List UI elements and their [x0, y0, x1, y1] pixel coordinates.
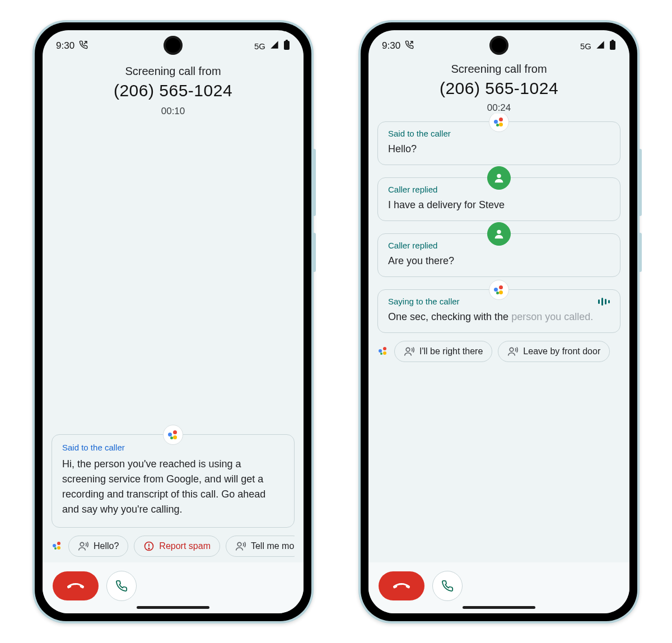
- call-header: Screening call from (206) 565-1024 00:10: [43, 62, 304, 117]
- clock: 9:30: [56, 40, 74, 51]
- transcript-card: Caller replied I have a delivery for Ste…: [377, 177, 620, 221]
- svg-rect-1: [286, 40, 288, 41]
- assistant-icon: [489, 280, 509, 300]
- assistant-icon: [53, 542, 62, 551]
- chip-be-right-there[interactable]: I'll be right there: [394, 341, 492, 362]
- header-line1: Screening call from: [43, 65, 304, 78]
- chip-label: Report spam: [159, 541, 211, 551]
- svg-point-11: [510, 348, 514, 351]
- svg-rect-6: [610, 41, 615, 50]
- card-text: Are you there?: [388, 254, 610, 269]
- card-text: Hello?: [388, 142, 610, 157]
- reply-chips: I'll be right there Leave by front door: [377, 333, 620, 368]
- chip-label: Hello?: [94, 541, 119, 551]
- chip-leave-by-door[interactable]: Leave by front door: [498, 341, 610, 362]
- network-label: 5G: [580, 41, 591, 51]
- svg-point-4: [149, 548, 150, 549]
- home-indicator[interactable]: [463, 606, 535, 609]
- chip-hello[interactable]: Hello?: [68, 536, 128, 557]
- person-icon: [487, 222, 511, 246]
- transcript-card: Said to the caller Hello?: [377, 121, 620, 165]
- home-indicator[interactable]: [137, 606, 209, 609]
- svg-point-10: [406, 348, 410, 351]
- front-camera: [489, 36, 508, 55]
- card-label: Saying to the caller: [388, 297, 460, 306]
- network-label: 5G: [254, 41, 265, 51]
- transcript-card-live: Saying to the caller One sec, checking w…: [377, 289, 620, 333]
- caller-number: (206) 565-1024: [368, 79, 629, 98]
- chip-report-spam[interactable]: Report spam: [134, 536, 220, 557]
- signal-icon: [596, 40, 605, 52]
- call-icon: [405, 40, 414, 52]
- card-text: I have a delivery for Steve: [388, 198, 610, 213]
- card-text: One sec, checking with the person you ca…: [388, 309, 610, 325]
- person-icon: [487, 166, 511, 190]
- header-line1: Screening call from: [368, 63, 629, 76]
- svg-point-8: [497, 174, 501, 178]
- end-call-button[interactable]: [379, 571, 424, 600]
- answer-call-button[interactable]: [432, 571, 463, 601]
- svg-rect-0: [284, 41, 290, 50]
- svg-point-2: [80, 542, 84, 546]
- svg-point-5: [237, 542, 241, 546]
- card-text: Hi, the person you've reached is using a…: [62, 457, 284, 517]
- end-call-button[interactable]: [53, 571, 99, 600]
- front-camera: [164, 36, 183, 55]
- elapsed-time: 00:10: [43, 106, 304, 117]
- transcript-card: Caller replied Are you there?: [377, 233, 620, 277]
- assistant-icon: [379, 347, 388, 356]
- chip-tell-me-more[interactable]: Tell me mo: [226, 536, 295, 557]
- battery-icon: [283, 40, 290, 53]
- call-icon: [79, 40, 88, 52]
- chip-label: Leave by front door: [523, 346, 600, 356]
- call-header: Screening call from (206) 565-1024 00:24: [368, 62, 629, 114]
- chip-label: I'll be right there: [419, 346, 483, 356]
- answer-call-button[interactable]: [106, 571, 137, 601]
- chip-label: Tell me mo: [251, 541, 294, 551]
- transcript-card: Said to the caller Hi, the person you've…: [52, 434, 295, 528]
- sound-wave-icon: [598, 298, 610, 306]
- assistant-icon: [163, 425, 183, 445]
- signal-icon: [270, 40, 279, 52]
- svg-point-9: [497, 230, 501, 234]
- clock: 9:30: [382, 40, 400, 51]
- caller-number: (206) 565-1024: [43, 81, 304, 100]
- reply-chips: Hello? Report spam Tell me mo: [52, 528, 295, 562]
- battery-icon: [609, 40, 616, 53]
- svg-rect-7: [612, 40, 614, 41]
- elapsed-time: 00:24: [368, 102, 629, 114]
